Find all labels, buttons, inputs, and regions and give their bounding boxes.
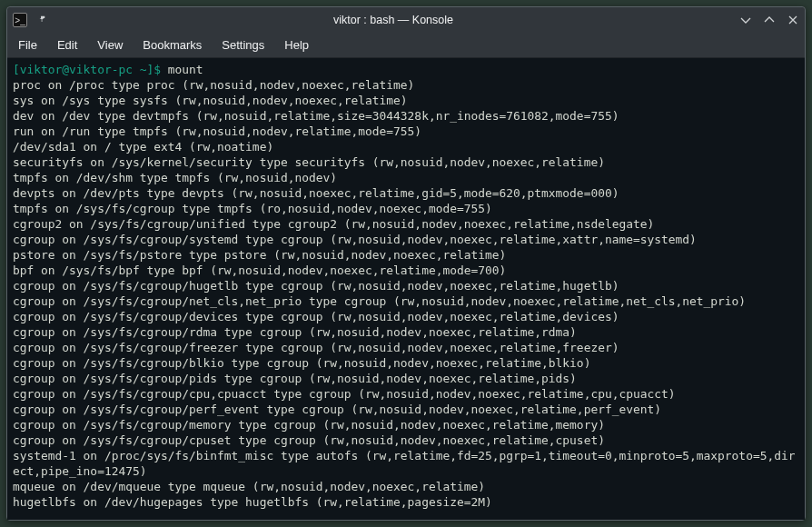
command-output: proc on /proc type proc (rw,nosuid,nodev… [13, 78, 795, 509]
prompt-open: [ [13, 63, 20, 76]
menu-edit[interactable]: Edit [57, 38, 77, 52]
window-controls [739, 14, 799, 26]
menubar: File Edit View Bookmarks Settings Help [7, 33, 805, 58]
menu-help[interactable]: Help [284, 38, 309, 52]
close-button[interactable] [787, 14, 799, 26]
command-text: mount [168, 63, 203, 76]
maximize-button[interactable] [763, 14, 776, 26]
prompt-path: ~ [133, 63, 147, 76]
pin-icon[interactable] [35, 14, 47, 26]
prompt-user-host: viktor@viktor-pc [20, 63, 133, 76]
konsole-window: >_ viktor : bash — Konsole File Edit Vie… [6, 6, 806, 521]
terminal-area[interactable]: [viktor@viktor-pc ~]$ mount proc on /pro… [7, 58, 805, 520]
minimize-button[interactable] [739, 14, 752, 26]
menu-bookmarks[interactable]: Bookmarks [143, 38, 202, 52]
prompt-close: ]$ [146, 63, 167, 76]
menu-settings[interactable]: Settings [222, 38, 264, 52]
titlebar-left-icons: >_ [13, 13, 47, 27]
menu-file[interactable]: File [18, 38, 37, 52]
window-title: viktor : bash — Konsole [47, 14, 739, 26]
titlebar[interactable]: >_ viktor : bash — Konsole [7, 7, 805, 33]
menu-view[interactable]: View [97, 38, 123, 52]
terminal-icon: >_ [13, 13, 27, 27]
